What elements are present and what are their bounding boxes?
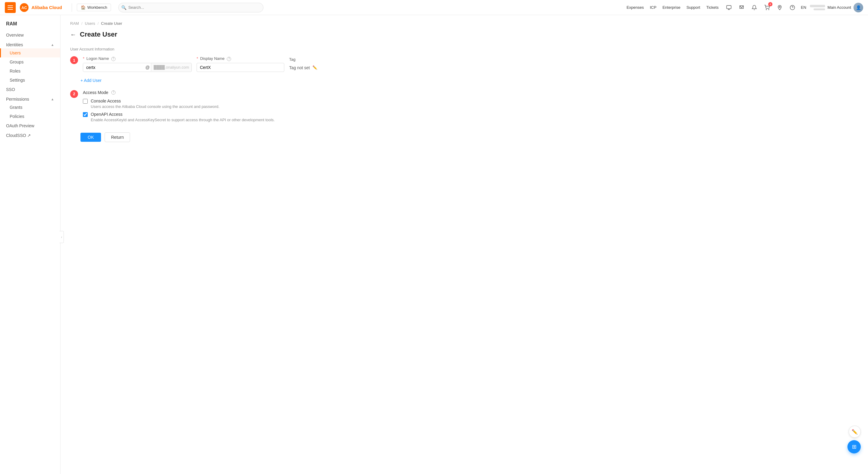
back-button[interactable]: ← <box>70 31 76 38</box>
svg-rect-2 <box>726 5 731 9</box>
access-mode-help-icon[interactable]: ? <box>111 90 116 95</box>
publish-icon-btn[interactable] <box>725 3 733 12</box>
nav-divider-1 <box>72 3 72 12</box>
logon-name-input[interactable] <box>83 63 144 72</box>
sidebar-item-oauth-preview[interactable]: OAuth Preview <box>0 121 60 131</box>
hamburger-menu[interactable] <box>5 2 16 13</box>
openapi-access-checkbox[interactable] <box>83 112 88 117</box>
notification-icon-btn[interactable] <box>750 3 758 12</box>
form-actions: OK Return <box>70 132 858 142</box>
display-name-input[interactable] <box>196 63 284 72</box>
at-symbol: @ <box>144 63 151 72</box>
svg-point-3 <box>766 9 767 10</box>
logo[interactable]: AC Alibaba Cloud <box>19 3 62 12</box>
breadcrumb-users[interactable]: Users <box>85 21 95 26</box>
workbench-button[interactable]: 🏠 Workbench <box>77 4 111 11</box>
identities-children: Users Groups Roles Settings <box>0 49 60 85</box>
logon-domain: ████.onaliyun.com <box>151 63 191 71</box>
logon-name-group: * Logon Name ? @ ████.onaliyun.com <box>83 56 192 72</box>
chevron-up-icon: ▲ <box>51 43 54 46</box>
sidebar-toggle-button[interactable]: ‹ <box>60 231 64 243</box>
main-layout: RAM Overview Identities ▲ Users Groups R… <box>0 15 868 474</box>
home-icon: 🏠 <box>81 5 86 10</box>
sidebar-title: RAM <box>0 20 60 30</box>
sidebar-item-sso[interactable]: SSO <box>0 85 60 94</box>
console-access-row: Console Access Users access the Alibaba … <box>83 99 858 109</box>
user-account-fields: * Logon Name ? @ ████.onaliyun.com * Dis… <box>83 56 858 72</box>
sidebar-item-policies[interactable]: Policies <box>0 112 60 121</box>
sidebar-item-settings[interactable]: Settings <box>0 75 60 85</box>
tag-value: Tag not set ✏️ <box>289 63 317 72</box>
sidebar: RAM Overview Identities ▲ Users Groups R… <box>0 15 61 474</box>
language-selector[interactable]: EN <box>801 5 806 10</box>
workbench-label: Workbench <box>87 5 107 10</box>
avatar: 👤 <box>854 3 863 12</box>
message-icon <box>739 5 744 10</box>
user-account[interactable]: Main Account 👤 <box>810 3 863 12</box>
console-access-checkbox[interactable] <box>83 99 88 104</box>
sidebar-item-users[interactable]: Users <box>0 49 60 57</box>
tickets-link[interactable]: Tickets <box>706 5 719 10</box>
access-mode-header: Access Mode ? <box>83 90 858 95</box>
nav-links: Expenses ICP Enterprise Support Tickets <box>627 5 719 10</box>
location-icon-btn[interactable] <box>775 3 784 12</box>
help-icon-btn[interactable] <box>788 3 797 12</box>
access-mode-section: 2 Access Mode ? Console Access Users acc… <box>70 90 858 125</box>
required-star: * <box>83 56 84 61</box>
sidebar-item-groups[interactable]: Groups <box>0 57 60 66</box>
top-navigation: AC Alibaba Cloud 🏠 Workbench 🔍 Expenses … <box>0 0 868 15</box>
sidebar-item-cloudsso[interactable]: CloudSSO ↗ <box>0 131 60 140</box>
display-name-label: * Display Name ? <box>196 56 284 61</box>
alibaba-cloud-logo-icon: AC <box>19 3 29 12</box>
nav-icons: 4 EN <box>725 3 806 12</box>
location-icon <box>777 5 782 10</box>
expenses-link[interactable]: Expenses <box>627 5 644 10</box>
cart-badge: 4 <box>768 2 772 6</box>
grid-icon: ⊞ <box>852 443 857 450</box>
main-content: RAM / Users / Create User ← Create User … <box>61 15 868 474</box>
sidebar-item-overview[interactable]: Overview <box>0 30 60 40</box>
search-icon: 🔍 <box>121 5 126 10</box>
sidebar-item-grants[interactable]: Grants <box>0 103 60 112</box>
sidebar-item-roles[interactable]: Roles <box>0 66 60 75</box>
page-header: ← Create User <box>70 31 858 38</box>
display-name-help-icon[interactable]: ? <box>227 57 231 61</box>
step-2-badge: 2 <box>70 90 78 98</box>
sidebar-section-permissions[interactable]: Permissions ▲ <box>0 94 60 103</box>
sidebar-section-identities[interactable]: Identities ▲ <box>0 40 60 49</box>
add-user-button[interactable]: + Add User <box>70 78 858 83</box>
breadcrumb-sep-1: / <box>81 21 83 26</box>
access-mode-row: 2 Access Mode ? Console Access Users acc… <box>70 90 858 125</box>
fab-pencil-button[interactable]: ✏️ <box>849 425 861 438</box>
pencil-icon: ✏️ <box>852 429 858 435</box>
search-container: 🔍 <box>118 3 264 12</box>
enterprise-link[interactable]: Enterprise <box>662 5 680 10</box>
message-icon-btn[interactable] <box>737 3 746 12</box>
search-input[interactable] <box>118 3 264 12</box>
tag-edit-icon[interactable]: ✏️ <box>312 65 317 70</box>
fab-grid-button[interactable]: ⊞ <box>847 440 861 453</box>
publish-icon <box>726 5 732 10</box>
breadcrumb-ram[interactable]: RAM <box>70 21 79 26</box>
breadcrumb-current: Create User <box>101 21 122 26</box>
svg-text:AC: AC <box>22 5 27 10</box>
section-label: User Account Information <box>70 47 858 52</box>
svg-point-4 <box>769 9 769 10</box>
tag-group: Tag Tag not set ✏️ <box>289 57 317 72</box>
openapi-access-row: OpenAPI Access Enable AccessKeyId and Ac… <box>83 112 858 122</box>
hamburger-icon <box>7 5 13 10</box>
return-button[interactable]: Return <box>105 132 130 142</box>
openapi-access-label-group: OpenAPI Access Enable AccessKeyId and Ac… <box>91 112 275 122</box>
cart-icon-btn[interactable]: 4 <box>763 3 771 12</box>
logon-name-help-icon[interactable]: ? <box>111 57 116 61</box>
logon-name-input-wrapper: @ ████.onaliyun.com <box>83 63 192 72</box>
help-icon <box>790 5 795 10</box>
support-link[interactable]: Support <box>686 5 701 10</box>
chevron-left-icon: ‹ <box>61 235 62 239</box>
user-account-label: Main Account <box>828 5 851 10</box>
icp-link[interactable]: ICP <box>650 5 657 10</box>
page-title: Create User <box>80 31 117 38</box>
access-mode-inner: Access Mode ? Console Access Users acces… <box>83 90 858 125</box>
breadcrumb: RAM / Users / Create User <box>70 21 858 26</box>
ok-button[interactable]: OK <box>81 133 101 142</box>
